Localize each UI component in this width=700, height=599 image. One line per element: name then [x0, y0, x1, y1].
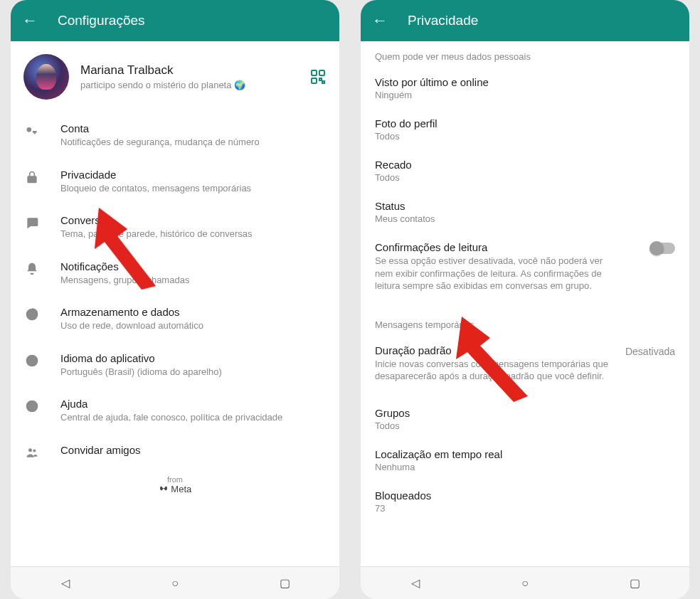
storage-icon [23, 306, 41, 322]
duration-value: Desativada [625, 344, 675, 357]
setting-privacy[interactable]: Privacidade Bloqueio de contatos, mensag… [11, 159, 339, 205]
priv-title: Foto do perfil [375, 117, 675, 129]
privacy-content: Quem pode ver meus dados pessoais Visto … [361, 41, 689, 566]
privacy-profile-photo[interactable]: Foto do perfil Todos [361, 110, 689, 152]
priv-value: 73 [375, 503, 675, 514]
privacy-live-location[interactable]: Localização em tempo real Nenhuma [361, 441, 689, 482]
svg-rect-0 [312, 70, 317, 75]
setting-notifications[interactable]: Notificações Mensagens, grupos, chamadas [11, 250, 339, 297]
header-title: Configurações [58, 13, 145, 28]
privacy-about[interactable]: Recado Todos [361, 152, 689, 193]
svg-point-8 [32, 409, 33, 410]
setting-account[interactable]: Conta Notificações de segurança, mudança… [11, 112, 339, 159]
setting-title: Conta [60, 122, 327, 134]
setting-title: Conversas [60, 214, 327, 226]
priv-value: Nenhuma [375, 462, 675, 472]
priv-title: Localização em tempo real [375, 448, 675, 460]
setting-text: Privacidade Bloqueio de contatos, mensag… [60, 169, 327, 195]
setting-text: Armazenamento e dados Uso de rede, downl… [60, 306, 327, 332]
avatar[interactable] [23, 54, 69, 100]
android-nav-bar: ◁ ○ ▢ [11, 566, 339, 599]
setting-text: Idioma do aplicativo Português (Brasil) … [60, 352, 327, 378]
privacy-blocked[interactable]: Bloqueados 73 [361, 482, 689, 524]
lock-icon [23, 169, 41, 184]
meta-text: Meta [171, 484, 191, 494]
profile-text: Mariana Tralback participo sendo o misté… [80, 63, 298, 90]
setting-title: Notificações [60, 260, 327, 272]
svg-rect-1 [319, 70, 324, 75]
setting-desc: Tema, papel de parede, histórico de conv… [60, 228, 327, 240]
help-icon [23, 398, 41, 413]
svg-point-10 [33, 449, 36, 452]
chat-icon [23, 214, 41, 230]
setting-language[interactable]: Idioma do aplicativo Português (Brasil) … [11, 342, 339, 388]
priv-title: Confirmações de leitura [375, 241, 651, 253]
nav-recent-icon[interactable]: ▢ [270, 576, 299, 590]
priv-desc: Se essa opção estiver desativada, você n… [375, 255, 651, 292]
setting-chats[interactable]: Conversas Tema, papel de parede, históri… [11, 204, 339, 250]
setting-title: Ajuda [60, 398, 327, 410]
privacy-groups[interactable]: Grupos Todos [361, 393, 689, 441]
privacy-screen: ← Privacidade Quem pode ver meus dados p… [361, 0, 689, 599]
setting-text: Convidar amigos [60, 444, 327, 457]
setting-title: Armazenamento e dados [60, 306, 327, 318]
nav-back-icon[interactable]: ◁ [401, 576, 430, 590]
settings-content: Mariana Tralback participo sendo o misté… [11, 41, 339, 566]
setting-help[interactable]: Ajuda Central de ajuda, fale conosco, po… [11, 388, 339, 434]
setting-text: Conversas Tema, papel de parede, históri… [60, 214, 327, 240]
svg-rect-4 [322, 81, 324, 83]
setting-desc: Português (Brasil) (idioma do aparelho) [60, 366, 327, 378]
svg-rect-3 [319, 78, 322, 80]
privacy-read-receipts[interactable]: Confirmações de leitura Se essa opção es… [361, 234, 689, 302]
section-header: Quem pode ver meus dados pessoais [361, 41, 689, 69]
privacy-last-seen[interactable]: Visto por último e online Ninguém [361, 69, 689, 110]
qr-icon[interactable] [309, 68, 327, 85]
setting-title: Idioma do aplicativo [60, 352, 327, 364]
from-label: from [11, 470, 339, 484]
setting-title: Privacidade [60, 169, 327, 181]
privacy-status[interactable]: Status Meus contatos [361, 193, 689, 234]
priv-title: Bloqueados [375, 489, 675, 502]
people-icon [23, 444, 41, 460]
setting-desc: Uso de rede, download automático [60, 319, 327, 332]
setting-desc: Mensagens, grupos, chamadas [60, 274, 327, 287]
back-arrow-icon[interactable]: ← [22, 11, 38, 30]
setting-desc: Notificações de segurança, mudança de nú… [60, 136, 327, 149]
priv-value: Todos [375, 420, 675, 431]
priv-title: Status [375, 200, 675, 212]
nav-back-icon[interactable]: ◁ [51, 576, 80, 590]
app-header: ← Configurações [11, 0, 339, 41]
app-header: ← Privacidade [361, 0, 689, 41]
key-icon [23, 122, 41, 138]
nav-home-icon[interactable]: ○ [161, 577, 189, 590]
back-arrow-icon[interactable]: ← [372, 11, 388, 30]
priv-value: Todos [375, 131, 675, 142]
svg-rect-2 [312, 78, 317, 83]
setting-desc: Bloqueio de contatos, mensagens temporár… [60, 182, 327, 195]
nav-home-icon[interactable]: ○ [511, 577, 539, 590]
priv-value: Ninguém [375, 90, 675, 100]
setting-desc: Central de ajuda, fale conosco, política… [60, 411, 327, 424]
meta-logo: Meta [11, 484, 339, 494]
privacy-default-duration[interactable]: Duração padrão Inicie novas conversas co… [361, 337, 689, 393]
priv-title: Duração padrão [375, 344, 615, 356]
settings-screen: ← Configurações Mariana Tralback partici… [11, 0, 339, 599]
profile-status: participo sendo o mistério do planeta 🌍 [80, 80, 298, 90]
priv-desc: Inicie novas conversas com mensagens tem… [375, 358, 615, 383]
priv-value: Meus contatos [375, 213, 675, 224]
profile-name: Mariana Tralback [80, 63, 298, 78]
setting-storage[interactable]: Armazenamento e dados Uso de rede, downl… [11, 296, 339, 342]
header-title: Privacidade [408, 13, 478, 28]
priv-title: Recado [375, 159, 675, 171]
section-header: Mensagens temporárias [361, 302, 689, 337]
setting-invite[interactable]: Convidar amigos [11, 434, 339, 470]
nav-recent-icon[interactable]: ▢ [620, 576, 649, 590]
globe-icon [23, 352, 41, 368]
bell-icon [23, 260, 41, 276]
read-receipts-toggle[interactable] [651, 243, 675, 254]
setting-text: Ajuda Central de ajuda, fale conosco, po… [60, 398, 327, 424]
setting-title: Convidar amigos [60, 444, 327, 456]
android-nav-bar: ◁ ○ ▢ [361, 566, 689, 599]
setting-text: Conta Notificações de segurança, mudança… [60, 122, 327, 149]
profile-row[interactable]: Mariana Tralback participo sendo o misté… [11, 41, 339, 112]
